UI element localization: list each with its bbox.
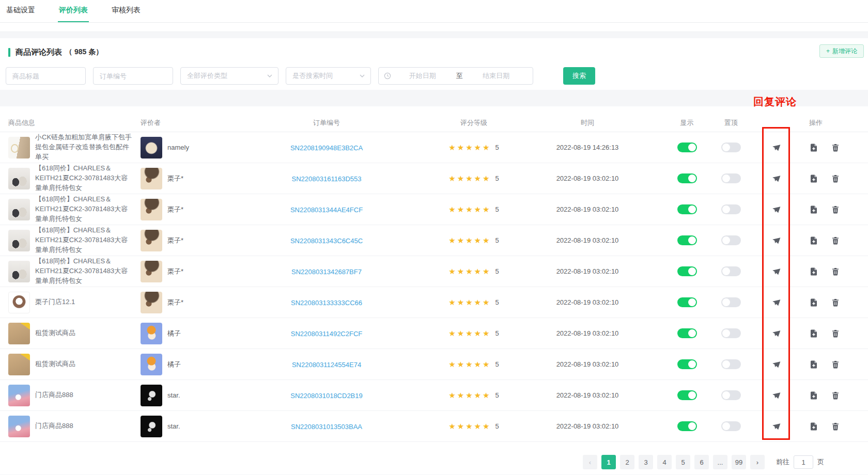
pin-top-toggle[interactable] <box>721 142 741 152</box>
pagination-page-4[interactable]: 4 <box>657 455 672 469</box>
delete-trash-icon[interactable] <box>831 298 840 307</box>
show-toggle[interactable] <box>677 173 697 183</box>
product-title: 【618同价】CHARLES＆KEITH21夏CK2-30781483大容量单肩… <box>35 257 133 286</box>
pagination-page-3[interactable]: 3 <box>639 455 653 469</box>
reply-send-icon[interactable] <box>771 143 781 152</box>
search-button[interactable]: 搜索 <box>563 67 595 85</box>
add-review-button[interactable]: + 新增评论 <box>819 44 864 58</box>
reviewer-name: 栗子* <box>167 298 183 307</box>
pagination-next-button[interactable]: › <box>750 455 765 469</box>
export-document-icon[interactable] <box>809 391 818 400</box>
tab-基础设置[interactable]: 基础设置 <box>5 6 36 22</box>
export-document-icon[interactable] <box>809 329 818 338</box>
show-toggle[interactable] <box>677 390 697 400</box>
delete-trash-icon[interactable] <box>831 143 840 152</box>
column-header: 操作 <box>802 118 868 128</box>
delete-trash-icon[interactable] <box>831 205 840 214</box>
pin-top-toggle[interactable] <box>721 235 741 245</box>
show-toggle[interactable] <box>677 204 697 214</box>
show-toggle[interactable] <box>677 235 697 245</box>
reply-send-icon[interactable] <box>771 422 781 431</box>
tab-审核列表[interactable]: 审核列表 <box>111 6 142 22</box>
delete-trash-icon[interactable] <box>831 236 840 245</box>
page-jump-input[interactable] <box>794 455 813 469</box>
review-type-select[interactable]: 全部评价类型 <box>180 67 278 85</box>
show-toggle[interactable] <box>677 297 697 307</box>
show-toggle[interactable] <box>677 421 697 431</box>
order-number-link[interactable]: SN2208031343C6C45C <box>290 237 363 245</box>
date-start-placeholder[interactable]: 开始日期 <box>391 71 454 81</box>
product-image <box>8 168 30 189</box>
pagination-page-99[interactable]: 99 <box>732 455 746 469</box>
show-toggle[interactable] <box>677 328 697 338</box>
reply-send-icon[interactable] <box>771 205 781 214</box>
show-toggle[interactable] <box>677 142 697 152</box>
order-number-link[interactable]: SN2208031124554E74 <box>292 361 361 369</box>
export-document-icon[interactable] <box>809 236 818 245</box>
order-number-link[interactable]: SN22080311492C2FCF <box>291 330 363 338</box>
delete-trash-icon[interactable] <box>831 422 840 431</box>
delete-trash-icon[interactable] <box>831 391 840 400</box>
order-no-filter[interactable] <box>93 67 173 85</box>
order-number-link[interactable]: SN2208190948E3B2CA <box>290 144 363 152</box>
order-number-link[interactable]: SN2208031018CD2B19 <box>290 392 363 400</box>
pagination-prev-button[interactable]: ‹ <box>583 455 597 469</box>
reply-send-icon[interactable] <box>771 298 781 307</box>
reply-send-icon[interactable] <box>771 329 781 338</box>
reply-send-icon[interactable] <box>771 174 781 183</box>
export-document-icon[interactable] <box>809 267 818 276</box>
export-document-icon[interactable] <box>809 205 818 214</box>
pin-top-toggle[interactable] <box>721 204 741 214</box>
star-rating: ★★★★★ <box>448 360 491 369</box>
reply-send-icon[interactable] <box>771 267 781 276</box>
export-document-icon[interactable] <box>809 360 818 369</box>
show-toggle[interactable] <box>677 266 697 276</box>
reply-send-icon[interactable] <box>771 236 781 245</box>
product-title-filter[interactable] <box>6 67 86 85</box>
order-number-link[interactable]: SN2208031344AE4FCF <box>290 206 363 214</box>
pagination-page-1[interactable]: 1 <box>601 455 616 469</box>
export-document-icon[interactable] <box>809 298 818 307</box>
export-document-icon[interactable] <box>809 174 818 183</box>
delete-trash-icon[interactable] <box>831 329 840 338</box>
table-header-row: 商品信息评价者订单编号评分等级时间显示置顶操作 <box>0 114 868 132</box>
pin-top-toggle[interactable] <box>721 390 741 400</box>
pagination-page-6[interactable]: 6 <box>694 455 709 469</box>
reviewer-name: 栗子* <box>167 205 183 214</box>
order-number-link[interactable]: SN220803161163D553 <box>292 175 362 183</box>
delete-trash-icon[interactable] <box>831 360 840 369</box>
product-title-input[interactable] <box>12 72 79 80</box>
export-document-icon[interactable] <box>809 422 818 431</box>
reply-send-icon[interactable] <box>771 360 781 369</box>
plus-icon: + <box>826 48 830 55</box>
reviewer-avatar <box>141 385 162 406</box>
delete-trash-icon[interactable] <box>831 267 840 276</box>
pagination-page-2[interactable]: 2 <box>620 455 634 469</box>
title-accent-bar <box>8 48 10 57</box>
order-number-link[interactable]: SN220803133333CC66 <box>291 299 362 307</box>
pin-top-toggle[interactable] <box>721 359 741 369</box>
product-title: 租赁测试商品 <box>35 359 75 369</box>
search-time-select[interactable]: 是否搜索时间 <box>286 67 371 85</box>
date-range-picker[interactable]: 开始日期 至 结束日期 <box>378 67 533 85</box>
order-number-link[interactable]: SN2208031342687BF7 <box>291 268 362 276</box>
order-number-link[interactable]: SN2208031013503BAA <box>291 423 362 431</box>
pagination-page-5[interactable]: 5 <box>676 455 690 469</box>
tab-评价列表[interactable]: 评价列表 <box>58 6 89 22</box>
page-title: 商品评论列表 <box>16 48 62 57</box>
date-end-placeholder[interactable]: 结束日期 <box>465 71 528 81</box>
review-time: 2022-08-19 03:02:10 <box>513 360 662 368</box>
reply-send-icon[interactable] <box>771 391 781 400</box>
pin-top-toggle[interactable] <box>721 421 741 431</box>
pin-top-toggle[interactable] <box>721 297 741 307</box>
pin-top-toggle[interactable] <box>721 328 741 338</box>
delete-trash-icon[interactable] <box>831 174 840 183</box>
pin-top-toggle[interactable] <box>721 173 741 183</box>
export-document-icon[interactable] <box>809 143 818 152</box>
pagination-page-...[interactable]: ... <box>713 455 727 469</box>
table-row: 小CK链条加粗加宽单肩腋下包手提包金属链子改造替换包包配件单买 namely S… <box>0 132 868 163</box>
order-no-input[interactable] <box>100 72 166 80</box>
pin-top-toggle[interactable] <box>721 266 741 276</box>
column-header: 时间 <box>513 118 662 128</box>
show-toggle[interactable] <box>677 359 697 369</box>
